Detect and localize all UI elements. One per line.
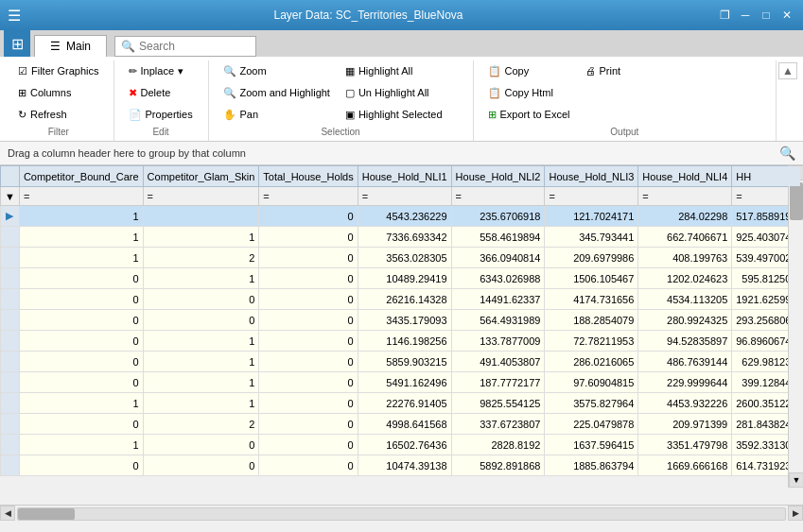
cell-r12-c6: 1885.863794 xyxy=(545,455,638,476)
cell-r5-c3: 0 xyxy=(259,310,358,331)
filter-col7[interactable]: = xyxy=(638,187,732,206)
table-row[interactable]: 00010474.391385892.8918681885.8637941669… xyxy=(1,455,801,476)
table-row[interactable]: 0003435.179093564.4931989188.2854079280.… xyxy=(1,310,801,331)
columns-icon: ⊞ xyxy=(18,87,26,99)
h-scroll-right[interactable]: ▶ xyxy=(788,506,803,521)
cell-r6-c0[interactable] xyxy=(1,331,20,352)
ribbon-collapse[interactable]: ▲ xyxy=(777,60,799,141)
tab-main[interactable]: ☰ Main xyxy=(34,35,107,57)
zoom-button[interactable]: 🔍 Zoom xyxy=(217,60,273,81)
table-row[interactable]: 0204998.641568337.6723807225.0479878209.… xyxy=(1,414,801,435)
cell-r9-c0[interactable] xyxy=(1,393,20,414)
cell-r9-c3: 0 xyxy=(259,393,358,414)
cell-r7-c0[interactable] xyxy=(1,352,20,372)
cell-r0-c0[interactable]: ▶ xyxy=(1,206,20,227)
tab-search-area: 🔍 xyxy=(114,36,256,57)
search-table-icon[interactable]: 🔍 xyxy=(779,146,795,161)
cell-r2-c0[interactable] xyxy=(1,248,20,268)
vertical-scrollbar[interactable]: ▲ ▼ xyxy=(788,165,803,488)
highlight-selected-button[interactable]: ▣ Highlight Selected xyxy=(339,104,449,125)
cell-r11-c0[interactable] xyxy=(1,435,20,455)
col-competitor-glam-skin[interactable]: Competitor_Glam_Skin xyxy=(143,166,259,187)
table-row[interactable]: 01010489.294196343.0269881506.1054671202… xyxy=(1,268,801,289)
v-scroll-track[interactable] xyxy=(789,180,803,472)
title-bar-left: ☰ xyxy=(8,7,21,25)
table-row[interactable]: 0105491.162496187.777217797.60904815229.… xyxy=(1,372,801,393)
export-excel-icon: ⊞ xyxy=(488,109,497,121)
copy-html-button[interactable]: 📋 Copy Html xyxy=(481,82,560,103)
table-row[interactable]: 00026216.1432814491.623374174.7316564534… xyxy=(1,289,801,310)
v-scroll-down[interactable]: ▼ xyxy=(789,472,803,488)
col-hh[interactable]: HH xyxy=(732,166,801,187)
horizontal-scrollbar-row[interactable]: ◀ ▶ xyxy=(0,505,803,522)
col-house-hold-nli1[interactable]: House_Hold_NLI1 xyxy=(358,166,451,187)
highlight-all-icon: ▦ xyxy=(345,65,355,77)
columns-button[interactable]: ⊞ Columns xyxy=(11,82,78,103)
highlight-all-button[interactable]: ▦ Highlight All xyxy=(339,60,419,81)
cell-r12-c0[interactable] xyxy=(1,455,20,476)
collapse-icon[interactable]: ▲ xyxy=(778,62,797,79)
selection-col2: ▦ Highlight All ▢ Un Highlight All ▣ xyxy=(339,60,449,125)
filter-col2[interactable]: = xyxy=(143,187,259,206)
h-scroll-track[interactable] xyxy=(17,507,786,521)
properties-button[interactable]: 📄 Properties xyxy=(122,104,200,125)
filter-col4[interactable]: = xyxy=(358,187,451,206)
col-house-hold-nli3[interactable]: House_Hold_NLI3 xyxy=(545,166,638,187)
col-competitor-bound-care[interactable]: Competitor_Bound_Care xyxy=(19,166,143,187)
filter-col5[interactable]: = xyxy=(451,187,545,206)
inplace-button[interactable]: ✏ Inplace ▾ xyxy=(122,60,190,81)
zoom-highlight-button[interactable]: 🔍 Zoom and Highlight xyxy=(217,82,337,103)
close-button[interactable]: ✕ xyxy=(778,7,795,24)
refresh-button[interactable]: ↻ Refresh xyxy=(11,104,74,125)
inplace-dropdown-icon: ▾ xyxy=(178,65,183,77)
un-highlight-all-button[interactable]: ▢ Un Highlight All xyxy=(339,82,436,103)
cell-r7-c3: 0 xyxy=(259,352,358,372)
cell-r1-c0[interactable] xyxy=(1,227,20,248)
cell-r7-c2: 1 xyxy=(143,352,259,372)
table-row[interactable]: 1107336.693342558.4619894345.793441662.7… xyxy=(1,227,801,248)
export-excel-button[interactable]: ⊞ Export to Excel xyxy=(481,104,577,125)
filter-col6[interactable]: = xyxy=(545,187,638,206)
col-total-house-holds[interactable]: Total_House_Holds xyxy=(259,166,358,187)
highlight-selected-icon: ▣ xyxy=(345,109,355,121)
copy-button[interactable]: 📋 Copy xyxy=(481,60,536,81)
restore-button[interactable]: ❐ xyxy=(716,7,733,24)
filter-col3[interactable]: = xyxy=(259,187,358,206)
filter-indicator[interactable]: ▼ xyxy=(1,187,20,206)
col-house-hold-nli2[interactable]: House_Hold_NLI2 xyxy=(451,166,545,187)
filter-graphics-button[interactable]: ☑ Filter Graphics xyxy=(11,60,106,81)
print-button[interactable]: 🖨 Print xyxy=(579,60,628,81)
cell-r10-c7: 209.971399 xyxy=(638,414,732,435)
col-house-hold-nli4[interactable]: House_Hold_NLI4 xyxy=(638,166,732,187)
cell-r3-c0[interactable] xyxy=(1,268,20,289)
pan-button[interactable]: ✋ Pan xyxy=(217,104,266,125)
drag-header-text: Drag a column header here to group by th… xyxy=(8,147,246,159)
cell-r8-c0[interactable] xyxy=(1,372,20,393)
table-row[interactable]: 0101146.198256133.787700972.7821195394.5… xyxy=(1,331,801,352)
search-input[interactable] xyxy=(139,40,253,53)
cell-r5-c0[interactable] xyxy=(1,310,20,331)
table-row[interactable]: 10016502.764362828.81921637.5964153351.4… xyxy=(1,435,801,455)
table-row[interactable]: 0105859.903215491.4053807286.0216065486.… xyxy=(1,352,801,372)
maximize-button[interactable]: □ xyxy=(758,7,775,24)
cell-r4-c0[interactable] xyxy=(1,289,20,310)
cell-r12-c7: 1669.666168 xyxy=(638,455,732,476)
ribbon-group-output: 📋 Copy 📋 Copy Html ⊞ Export to E xyxy=(474,60,777,141)
table-row[interactable]: 1203563.028305366.0940814209.6979986408.… xyxy=(1,248,801,268)
table-scroll[interactable]: Competitor_Bound_Care Competitor_Glam_Sk… xyxy=(0,165,803,505)
table-row[interactable]: ▶104543.236229235.6706918121.7024171284.… xyxy=(1,206,801,227)
table-row[interactable]: 11022276.914059825.5541253575.8279644453… xyxy=(1,393,801,414)
cell-r9-c4: 22276.91405 xyxy=(358,393,451,414)
copy-html-icon: 📋 xyxy=(488,87,501,99)
edit-group-label: Edit xyxy=(122,125,201,137)
h-scroll-left[interactable]: ◀ xyxy=(0,506,15,521)
minimize-button[interactable]: ─ xyxy=(737,7,754,24)
delete-button[interactable]: ✖ Delete xyxy=(122,82,178,103)
cell-r6-c6: 72.78211953 xyxy=(545,331,638,352)
v-scroll-thumb[interactable] xyxy=(790,182,803,220)
cell-r10-c0[interactable] xyxy=(1,414,20,435)
filter-col1[interactable]: = xyxy=(19,187,143,206)
cell-r10-c6: 225.0479878 xyxy=(545,414,638,435)
h-scroll-thumb[interactable] xyxy=(18,508,75,520)
app-menu-icon[interactable]: ☰ xyxy=(8,7,21,25)
